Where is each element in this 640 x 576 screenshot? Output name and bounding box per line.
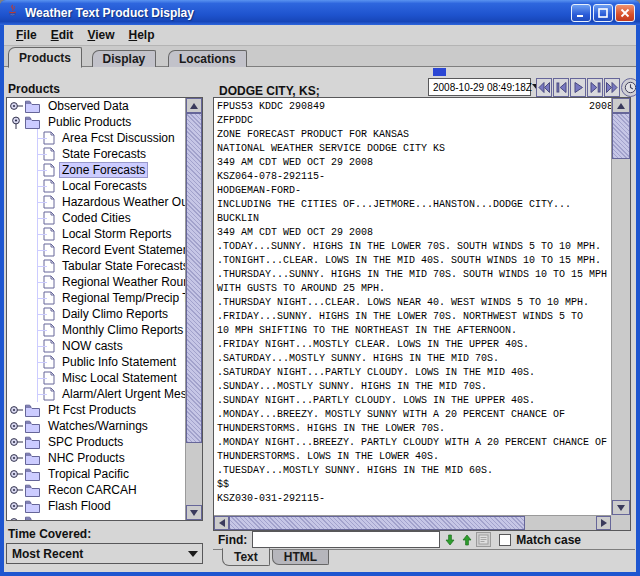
match-case-label: Match case: [516, 533, 581, 547]
collapsed-handle-icon[interactable]: [8, 435, 24, 449]
tree-item-coded-cities[interactable]: Coded Cities: [7, 210, 185, 226]
tree-item-recon-carcah[interactable]: Recon CARCAH: [7, 482, 185, 498]
product-text-pane: FPUS53 KDDC 290849 2008-10-29 08:49:18Z …: [213, 97, 631, 531]
find-input[interactable]: [252, 531, 440, 548]
java-app-icon: [5, 3, 20, 22]
tree-item-label: Watches/Warnings: [45, 418, 151, 434]
product-text: FPUS53 KDDC 290849 2008-10-29 08:49:18Z …: [214, 98, 611, 506]
play-button[interactable]: [570, 78, 586, 97]
folder-icon: [24, 483, 41, 497]
step-forward-button[interactable]: [587, 78, 603, 97]
skip-back-button[interactable]: [536, 78, 552, 97]
scrollbar-track[interactable]: [229, 516, 596, 530]
collapsed-handle-icon[interactable]: [8, 99, 24, 113]
tree-item-label: Zone Forecasts: [59, 162, 148, 178]
menu-edit[interactable]: Edit: [44, 26, 81, 44]
products-tab-content: 2008-10-29 08:49:18Z Products DODGE CITY…: [4, 67, 636, 572]
tree-item-zone-forecasts[interactable]: Zone Forecasts: [7, 162, 185, 178]
time-covered-combobox[interactable]: Most Recent: [6, 543, 203, 564]
tree-item-alarm-alert-urgent-message[interactable]: Alarm/Alert Urgent Message: [7, 386, 185, 402]
tree-item-label: NHC Products: [45, 450, 128, 466]
tree-item-now-casts[interactable]: NOW casts: [7, 338, 185, 354]
scroll-down-button[interactable]: [612, 500, 630, 515]
tree-item-label: Regional Temp/Precip Tables: [59, 290, 185, 306]
tree-item-observed-data[interactable]: Observed Data: [7, 98, 185, 114]
tree-item-label: Hazardous Weather Outlook: [59, 194, 185, 210]
chevron-down-icon: [188, 551, 198, 557]
tree-item-pt-fcst-products[interactable]: Pt Fcst Products: [7, 402, 185, 418]
scroll-up-button[interactable]: [186, 98, 202, 113]
collapsed-handle-icon[interactable]: [8, 467, 24, 481]
folder-icon: [24, 499, 41, 513]
tree-item-partial[interactable]: [7, 514, 185, 520]
expanded-handle-icon[interactable]: [8, 115, 24, 129]
collapsed-handle-icon[interactable]: [8, 403, 24, 417]
match-case-checkbox[interactable]: [499, 534, 511, 546]
tab-products[interactable]: Products: [8, 47, 82, 68]
scrollbar-thumb[interactable]: [186, 113, 202, 443]
timestamp-combobox[interactable]: 2008-10-29 08:49:18Z: [428, 78, 531, 96]
tree-item-watches-warnings[interactable]: Watches/Warnings: [7, 418, 185, 434]
scrollbar-thumb[interactable]: [229, 516, 525, 530]
time-slider-marker[interactable]: [433, 68, 446, 76]
tree-item-state-forecasts[interactable]: State Forecasts: [7, 146, 185, 162]
tree-item-local-forecasts[interactable]: Local Forecasts: [7, 178, 185, 194]
tree-item-monthly-climo-reports[interactable]: Monthly Climo Reports: [7, 322, 185, 338]
tab-locations[interactable]: Locations: [168, 50, 247, 67]
view-tab-text[interactable]: Text: [222, 548, 270, 566]
collapsed-handle-icon[interactable]: [8, 419, 24, 433]
tree-item-regional-weather-roundups[interactable]: Regional Weather Roundups: [7, 274, 185, 290]
tree-item-label: Daily Climo Reports: [59, 306, 171, 322]
collapsed-handle-icon[interactable]: [8, 499, 24, 513]
scroll-left-button[interactable]: [214, 516, 229, 530]
find-next-button[interactable]: [442, 532, 457, 547]
menu-view[interactable]: View: [80, 26, 121, 44]
tree-item-public-info-statement[interactable]: Public Info Statement: [7, 354, 185, 370]
tree-item-flash-flood[interactable]: Flash Flood: [7, 498, 185, 514]
tree-item-local-storm-reports[interactable]: Local Storm Reports: [7, 226, 185, 242]
tree-item-record-event-statements[interactable]: Record Event Statements: [7, 242, 185, 258]
skip-forward-button[interactable]: [604, 78, 620, 97]
scrollbar-corner: [611, 515, 630, 530]
maximize-button[interactable]: [593, 4, 613, 22]
collapsed-handle-icon[interactable]: [8, 515, 24, 520]
view-tab-html[interactable]: HTML: [272, 550, 329, 565]
tree-item-label: Local Forecasts: [59, 178, 150, 194]
step-back-button[interactable]: [553, 78, 569, 97]
tree-item-spc-products[interactable]: SPC Products: [7, 434, 185, 450]
time-navigation-toolbar: [535, 78, 636, 97]
close-button[interactable]: [615, 4, 635, 22]
scrollbar-thumb[interactable]: [612, 113, 630, 159]
collapsed-handle-icon[interactable]: [8, 483, 24, 497]
minimize-button[interactable]: [571, 4, 591, 22]
tree-item-tabular-state-forecasts[interactable]: Tabular State Forecasts: [7, 258, 185, 274]
tree-item-misc-local-statement[interactable]: Misc Local Statement: [7, 370, 185, 386]
tree-item-label: Public Products: [45, 114, 134, 130]
tree-item-tropical-pacific[interactable]: Tropical Pacific: [7, 466, 185, 482]
folder-icon: [24, 451, 41, 465]
scrollbar-track[interactable]: [186, 113, 202, 505]
tree-item-label: Tabular State Forecasts: [59, 258, 185, 274]
tree-item-hazardous-weather-outlook[interactable]: Hazardous Weather Outlook: [7, 194, 185, 210]
find-previous-button[interactable]: [459, 532, 474, 547]
tree-item-nhc-products[interactable]: NHC Products: [7, 450, 185, 466]
scroll-up-button[interactable]: [612, 98, 630, 113]
clock-button[interactable]: [621, 78, 636, 97]
highlight-all-button[interactable]: [476, 532, 491, 547]
menu-file[interactable]: File: [9, 26, 44, 44]
tree-item-area-fcst-discussion[interactable]: Area Fcst Discussion: [7, 130, 185, 146]
scroll-right-button[interactable]: [596, 516, 611, 530]
tree-item-daily-climo-reports[interactable]: Daily Climo Reports: [7, 306, 185, 322]
collapsed-handle-icon[interactable]: [8, 451, 24, 465]
menu-help[interactable]: Help: [122, 26, 162, 44]
tree-item-label: Coded Cities: [59, 210, 134, 226]
folder-icon: [24, 419, 41, 433]
find-label: Find:: [218, 533, 247, 547]
tab-display[interactable]: Display: [92, 50, 157, 67]
scrollbar-track[interactable]: [612, 113, 630, 500]
tree-item-label: Misc Local Statement: [59, 370, 180, 386]
scroll-down-button[interactable]: [186, 505, 202, 520]
tree-item-regional-temp-precip-tables[interactable]: Regional Temp/Precip Tables: [7, 290, 185, 306]
tree-item-public-products[interactable]: Public Products: [7, 114, 185, 130]
time-covered-label: Time Covered:: [8, 527, 91, 541]
